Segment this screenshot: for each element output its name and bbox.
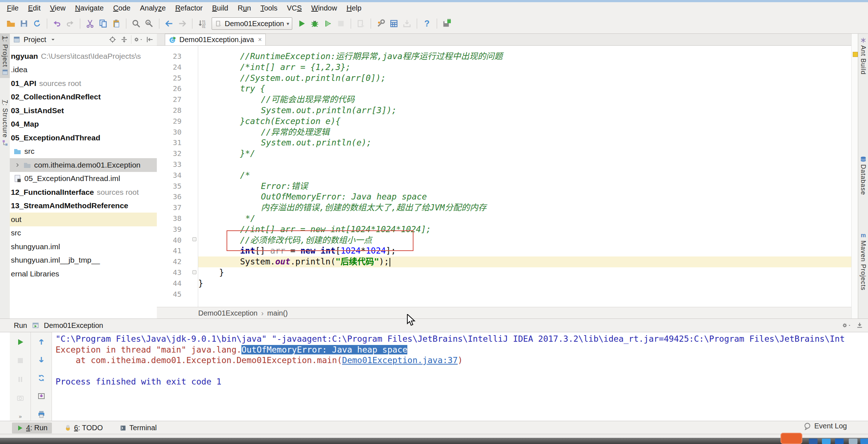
menu-file[interactable]: File <box>2 4 23 12</box>
tree-item-04-map[interactable]: 04_Map <box>10 118 157 131</box>
tool-button-database[interactable]: Database <box>858 153 868 197</box>
line-number: 24 <box>157 62 182 73</box>
cut-icon[interactable] <box>85 18 95 29</box>
up-stack-trace-button[interactable] <box>36 337 47 346</box>
hide-window-icon[interactable] <box>855 321 864 330</box>
error-stripe[interactable] <box>851 34 858 318</box>
tree-item-suffix: sources root <box>97 188 139 197</box>
toolbar-separator <box>351 18 351 29</box>
tree-item-05-exceptionandthread-iml[interactable]: 05_ExceptionAndThread.iml <box>10 172 157 186</box>
locate-icon[interactable] <box>108 35 117 44</box>
breadcrumb-item[interactable]: main() <box>267 309 288 317</box>
tool-button-structure[interactable]: 7: Structure <box>0 98 10 149</box>
tree-item-12-functionalinterface[interactable]: 12_FunctionalInterfacesources root <box>10 185 157 199</box>
tree-item-05-exceptionandthread[interactable]: 05_ExceptionAndThread <box>10 131 157 145</box>
run-coverage-button[interactable] <box>322 18 333 29</box>
chevron-right-icon[interactable] <box>14 162 21 168</box>
menu-tools[interactable]: Tools <box>256 4 282 12</box>
tree-item-13-streamandmethodreference[interactable]: 13_StreamAndMethodReference <box>10 199 157 213</box>
save-all-icon[interactable] <box>19 18 29 29</box>
menu-code[interactable]: Code <box>109 4 135 12</box>
menu-refactor[interactable]: Refactor <box>171 4 208 12</box>
tool-button-maven-projects[interactable]: mMaven Projects <box>858 230 868 293</box>
code-line-29: }catch(Exception e){ <box>240 116 341 127</box>
back-icon[interactable] <box>164 18 175 29</box>
dropdown-caret-icon[interactable] <box>48 35 58 44</box>
sort-lines-icon[interactable]: 011001 <box>197 18 208 29</box>
tree-item-src[interactable]: src <box>10 145 157 159</box>
tree-item-01-api[interactable]: 01_APIsources root <box>10 77 157 90</box>
synchronize-icon[interactable] <box>32 18 42 29</box>
tree-item-shungyuan-iml-jb-tmp-[interactable]: shungyuan.iml__jb_tmp__ <box>10 254 157 267</box>
save-chip-icon[interactable] <box>441 18 452 29</box>
fold-marker[interactable] <box>192 237 196 241</box>
tool-button-ant-build[interactable]: Ant Build <box>858 34 868 77</box>
code-line-28: System.out.println(arr[3]); <box>261 105 397 116</box>
hide-panel-icon[interactable] <box>145 35 155 44</box>
more-actions[interactable]: » <box>15 412 26 421</box>
menu-build[interactable]: Build <box>207 4 233 12</box>
menu-analyze[interactable]: Analyze <box>135 4 170 12</box>
run-window-icon <box>31 321 40 330</box>
tree-item-label: 02_CollectionAndReflect <box>11 92 101 101</box>
print-button[interactable] <box>36 410 47 419</box>
code-editor[interactable]: 2324252627282930313233343536373839404142… <box>157 46 851 307</box>
tool-window-button-run[interactable]: 4: Run <box>12 423 52 433</box>
run-configuration-select[interactable]: Demo01Exception▾ <box>212 17 292 30</box>
menu-window[interactable]: Window <box>306 4 342 12</box>
menu-edit[interactable]: Edit <box>23 4 45 12</box>
run-button[interactable] <box>296 18 307 29</box>
tree-item-src[interactable]: src <box>10 226 157 240</box>
find-icon[interactable] <box>131 18 142 29</box>
code-line-42: System.out.println("后续代码"); <box>240 256 390 267</box>
project-panel: Project ngyuanC:\Users\itcast\IdeaProjec… <box>10 34 157 318</box>
tree-item--idea[interactable]: .idea <box>10 63 157 77</box>
menu-help[interactable]: Help <box>342 4 366 12</box>
open-file-icon[interactable] <box>5 18 16 29</box>
tool-window-button-terminal[interactable]: Terminal <box>115 423 161 433</box>
settings-grid-icon[interactable] <box>388 18 399 29</box>
menu-navigate[interactable]: Navigate <box>70 4 109 12</box>
breadcrumb-item[interactable]: Demo01Exception <box>198 309 257 317</box>
tree-item-com-itheima-demo01-exception[interactable]: com.itheima.demo01.Exception <box>10 158 157 172</box>
fold-marker[interactable] <box>192 270 196 274</box>
event-log-button[interactable]: Event Log <box>803 422 847 430</box>
code-line-23: //RuntimeException:运行期异常,java程序运行过程中出现的问… <box>240 51 502 62</box>
console-output[interactable]: "C:\Program Files\Java\jdk-9.0.1\bin\jav… <box>52 332 868 423</box>
close-tab-icon[interactable]: × <box>258 36 262 44</box>
warning-stripe-mark[interactable] <box>853 52 858 57</box>
tree-item-out[interactable]: out <box>10 213 157 226</box>
down-stack-trace-button[interactable] <box>36 355 47 364</box>
debug-button[interactable] <box>309 18 320 29</box>
project-structure-icon[interactable] <box>375 18 386 29</box>
tree-item-ernal-libraries[interactable]: ernal Libraries <box>10 267 157 281</box>
help-button[interactable]: ? <box>421 18 432 29</box>
tool-window-button-todo[interactable]: 6: TODO <box>60 423 107 433</box>
code-line-34: /* <box>240 170 250 181</box>
soft-wrap-button[interactable] <box>36 374 47 382</box>
tree-item-ngyuan[interactable]: ngyuanC:\Users\itcast\IdeaProjects\s <box>10 49 157 63</box>
copy-icon[interactable] <box>98 18 109 29</box>
tree-item-shungyuan-iml[interactable]: shungyuan.iml <box>10 240 157 254</box>
menu-vcs[interactable]: VCS <box>282 4 306 12</box>
gear-icon[interactable] <box>842 321 851 330</box>
menu-view[interactable]: View <box>45 4 70 12</box>
tree-item-label: 05_ExceptionAndThread.iml <box>24 174 120 183</box>
stack-trace-link[interactable]: Demo01Exception.java:37 <box>342 355 458 365</box>
run-tab-label[interactable]: Run <box>14 321 27 330</box>
collapse-all-icon[interactable] <box>119 35 129 44</box>
paste-icon[interactable] <box>111 18 122 29</box>
menu-run[interactable]: Run <box>233 4 256 12</box>
line-number: 36 <box>157 192 182 202</box>
tool-button-project[interactable]: 1: Project <box>0 34 10 78</box>
replace-icon[interactable]: A <box>144 18 155 29</box>
run-tool-window: Run Demo01Exception » » "C:\Program File… <box>0 318 868 421</box>
tree-item-02-collectionandreflect[interactable]: 02_CollectionAndReflect <box>10 90 157 104</box>
gear-icon[interactable] <box>134 35 143 44</box>
tab-demo01exception[interactable]: C Demo01Exception.java × <box>165 34 266 45</box>
rerun-button[interactable] <box>15 337 26 346</box>
export-button[interactable] <box>36 392 47 400</box>
undo-icon[interactable] <box>52 18 62 29</box>
tree-item-03-listandset[interactable]: 03_ListAndSet <box>10 104 157 118</box>
tree-item-label: com.itheima.demo01.Exception <box>34 161 140 169</box>
